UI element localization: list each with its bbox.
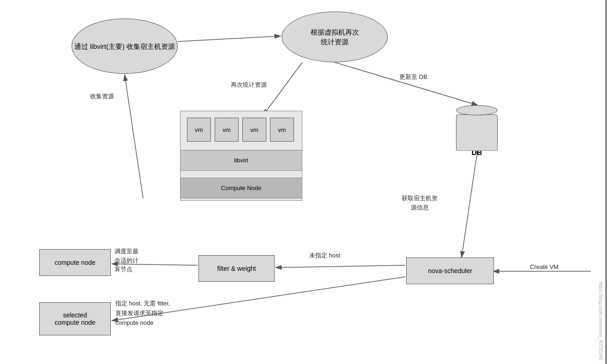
svg-line-6 <box>263 62 302 115</box>
svg-line-7 <box>276 265 405 268</box>
db-top <box>456 105 498 115</box>
vm-label-2: vm <box>222 126 230 133</box>
label-get-host-info: 获取宿主机资源信息 <box>402 194 438 212</box>
ellipse-recount-resource: 根据虚拟机再次统计资源 <box>282 12 388 62</box>
nova-scheduler-label: nova-scheduler <box>428 267 472 274</box>
compute-node-box-label: compute node <box>54 259 96 266</box>
vm-label-4: vm <box>278 126 286 133</box>
ellipse-recount-resource-label: 根据虚拟机再次统计资源 <box>311 27 359 47</box>
vm-box-1: vm <box>187 118 211 142</box>
vm-label-3: vm <box>250 126 258 133</box>
svg-line-4 <box>462 149 478 257</box>
ellipse-collect-resource: 通过 libvirt(主要) 收集宿主机资源 <box>72 18 178 74</box>
compute-node-bar: Compute Node <box>180 178 302 198</box>
label-recount-resource: 再次统计资源 <box>231 81 267 89</box>
svg-line-2 <box>178 36 281 42</box>
diagram: 通过 libvirt(主要) 收集宿主机资源 根据虚拟机再次统计资源 vm vm… <box>0 0 607 364</box>
vm-box-3: vm <box>242 118 266 142</box>
nova-scheduler-box: nova-scheduler <box>406 257 494 284</box>
label-schedule-best: 调度至最合适的计算节点 <box>114 247 138 274</box>
compute-node-bar-label: Compute Node <box>221 185 261 191</box>
label-specify-host: 指定 host, 无需 filter,直接发请求至指定compute node <box>115 299 170 328</box>
libvirt-label: libvirt <box>234 157 248 164</box>
right-border <box>605 0 607 364</box>
db-cylinder: DB <box>456 105 498 158</box>
ellipse-collect-resource-label: 通过 libvirt(主要) 收集宿主机资源 <box>74 42 175 51</box>
compute-node-group: vm vm vm vm libvirt Compute Node <box>180 111 302 201</box>
label-create-vm: Create VM <box>530 263 559 271</box>
vm-box-4: vm <box>270 118 294 142</box>
svg-line-3 <box>335 62 478 105</box>
compute-node-box: compute node <box>39 249 111 276</box>
watermark: https://blog.csdn.net/weixin_43785345 <box>598 282 603 360</box>
filter-weight-box: filter & weight <box>198 255 275 282</box>
db-body <box>456 114 498 147</box>
label-unspecified-host: 未指定 host <box>309 251 340 260</box>
svg-line-5 <box>125 75 143 198</box>
selected-compute-node-box: selectedcompute node <box>39 302 111 335</box>
label-collect-resource: 收集资源 <box>90 92 114 101</box>
vm-box-2: vm <box>215 118 239 142</box>
selected-compute-node-label: selectedcompute node <box>54 311 96 326</box>
vm-label-1: vm <box>195 126 203 133</box>
libvirt-bar: libvirt <box>180 150 302 171</box>
filter-weight-label: filter & weight <box>217 265 256 272</box>
label-update-db: 更新至 DB <box>399 73 427 81</box>
